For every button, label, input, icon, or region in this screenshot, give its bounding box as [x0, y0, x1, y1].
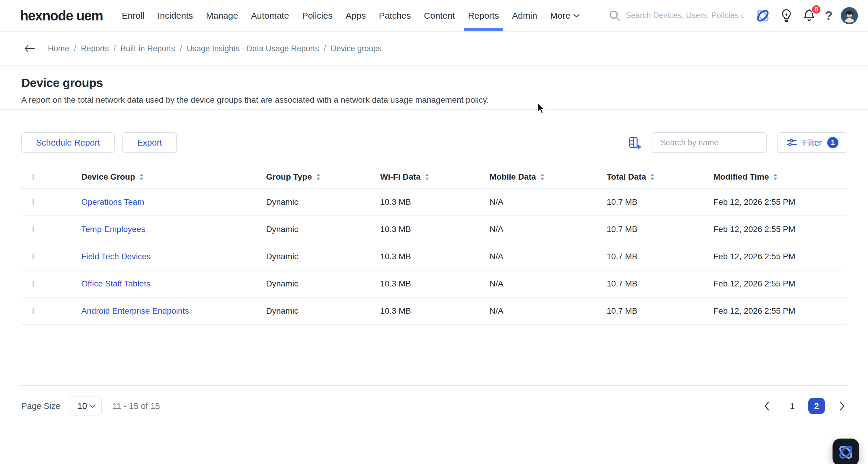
wifi-data-cell: 10.3 MB	[380, 279, 490, 289]
filter-button[interactable]: Filter 1	[777, 132, 847, 153]
topbar-right-cluster: 8 ?	[609, 7, 858, 24]
breadcrumb-item[interactable]: Home	[48, 44, 69, 53]
column-header-device-group[interactable]: Device Group	[81, 172, 266, 182]
page-number-1[interactable]: 1	[784, 398, 801, 414]
notification-count-badge: 8	[811, 4, 821, 14]
page-size-label: Page Size	[21, 401, 60, 411]
column-header-group-type[interactable]: Group Type	[266, 172, 380, 182]
breadcrumb-item[interactable]: Reports	[81, 44, 109, 53]
column-label: Group Type	[266, 172, 312, 182]
table-row: Operations Team Dynamic 10.3 MB N/A 10.7…	[21, 189, 847, 216]
row-checkbox[interactable]	[33, 199, 34, 205]
column-header-wi-fi-data[interactable]: Wi-Fi Data	[380, 172, 490, 182]
chevron-down-icon	[89, 404, 96, 408]
nav-item-apps[interactable]: Apps	[346, 0, 366, 31]
top-navigation-bar: hexnode uem EnrollIncidentsManageAutomat…	[0, 0, 868, 32]
export-button[interactable]: Export	[122, 132, 177, 153]
nav-item-more[interactable]: More	[550, 0, 580, 31]
nav-item-label: Automate	[251, 11, 289, 21]
schedule-report-button[interactable]: Schedule Report	[21, 132, 115, 153]
select-all-checkbox[interactable]	[33, 174, 34, 180]
table-header-row: Device Group Group Type Wi-Fi Data Mobil…	[21, 166, 847, 189]
filter-count-badge: 1	[827, 137, 838, 148]
previous-page-icon[interactable]	[762, 399, 772, 413]
search-by-name-input[interactable]	[652, 132, 767, 153]
nav-item-label: Patches	[379, 11, 411, 21]
nav-item-incidents[interactable]: Incidents	[158, 0, 193, 31]
table-bottom-divider	[21, 385, 847, 386]
nav-item-manage[interactable]: Manage	[206, 0, 238, 31]
nav-item-enroll[interactable]: Enroll	[122, 0, 145, 31]
genie-assistant-fab[interactable]	[833, 439, 859, 464]
column-label: Modified Time	[713, 172, 769, 182]
insights-bulb-icon[interactable]	[779, 8, 794, 23]
customize-columns-icon[interactable]	[627, 136, 642, 150]
pagination-bar: Page Size 10 11 - 15 of 15 12	[21, 397, 847, 415]
device-group-link[interactable]: Temp-Employees	[81, 225, 266, 234]
sort-icon	[650, 174, 655, 180]
hexnode-uem-logo[interactable]: hexnode uem	[20, 8, 103, 24]
back-arrow-icon[interactable]	[23, 44, 35, 53]
breadcrumb-item: Device groups	[331, 44, 382, 53]
global-search-input[interactable]	[626, 11, 744, 20]
nav-item-label: Reports	[468, 11, 499, 21]
nav-item-label: Manage	[206, 11, 238, 21]
device-group-link[interactable]: Android Enterprise Endpoints	[81, 306, 266, 316]
group-type-cell: Dynamic	[266, 197, 380, 207]
column-header-modified-time[interactable]: Modified Time	[713, 172, 847, 182]
column-label: Device Group	[81, 172, 135, 182]
column-header-total-data[interactable]: Total Data	[607, 172, 713, 182]
breadcrumb-item[interactable]: Usage Insights - Data Usage Reports	[187, 44, 319, 53]
page-number-2[interactable]: 2	[808, 398, 825, 414]
total-data-cell: 10.7 MB	[607, 279, 713, 289]
page-numbers: 12	[784, 398, 825, 414]
nav-item-reports[interactable]: Reports	[468, 0, 499, 31]
nav-item-content[interactable]: Content	[424, 0, 455, 31]
device-group-link[interactable]: Office Staff Tablets	[81, 279, 266, 289]
row-checkbox[interactable]	[33, 308, 34, 314]
notifications-bell-icon[interactable]: 8	[802, 8, 816, 23]
row-checkbox[interactable]	[33, 226, 34, 232]
nav-item-patches[interactable]: Patches	[379, 0, 411, 31]
user-avatar[interactable]	[841, 7, 858, 24]
breadcrumb-separator: /	[114, 44, 116, 53]
breadcrumb-separator: /	[324, 44, 326, 53]
device-group-link[interactable]: Field Tech Devices	[81, 252, 266, 261]
page-header: Device groups A report on the total netw…	[0, 66, 868, 110]
column-header-mobile-data[interactable]: Mobile Data	[490, 172, 607, 182]
sort-icon	[316, 174, 320, 180]
next-page-icon[interactable]	[837, 399, 847, 413]
nav-item-label: Incidents	[158, 11, 193, 21]
total-data-cell: 10.7 MB	[607, 252, 713, 261]
modified-time-cell: Feb 12, 2026 2:55 PM	[713, 306, 847, 316]
page-description: A report on the total network data used …	[21, 95, 868, 105]
column-label: Total Data	[607, 172, 646, 182]
group-type-cell: Dynamic	[266, 306, 380, 316]
row-checkbox[interactable]	[33, 253, 34, 260]
table-body: Operations Team Dynamic 10.3 MB N/A 10.7…	[21, 189, 847, 325]
wifi-data-cell: 10.3 MB	[380, 225, 490, 234]
toolbar-right: Filter 1	[627, 132, 847, 153]
genie-icon[interactable]	[754, 7, 771, 24]
nav-item-policies[interactable]: Policies	[302, 0, 333, 31]
help-icon[interactable]: ?	[825, 9, 833, 22]
row-checkbox[interactable]	[33, 281, 34, 287]
mobile-data-cell: N/A	[490, 225, 607, 234]
nav-item-label: Content	[424, 11, 455, 21]
page-title: Device groups	[21, 76, 868, 90]
page-size-select[interactable]: 10	[70, 397, 102, 415]
pager: 12	[762, 398, 847, 414]
device-group-link[interactable]: Operations Team	[81, 197, 266, 207]
modified-time-cell: Feb 12, 2026 2:55 PM	[713, 197, 847, 207]
device-groups-table: Device Group Group Type Wi-Fi Data Mobil…	[21, 166, 847, 325]
modified-time-cell: Feb 12, 2026 2:55 PM	[713, 279, 847, 289]
nav-item-admin[interactable]: Admin	[512, 0, 537, 31]
nav-item-automate[interactable]: Automate	[251, 0, 289, 31]
nav-item-label: Admin	[512, 11, 537, 21]
nav-item-label: More	[550, 11, 570, 21]
mobile-data-cell: N/A	[490, 197, 607, 207]
main-nav: EnrollIncidentsManageAutomatePoliciesApp…	[122, 0, 580, 31]
page-size-value: 10	[78, 401, 87, 411]
total-data-cell: 10.7 MB	[607, 197, 713, 207]
breadcrumb-item[interactable]: Built-in Reports	[121, 44, 175, 53]
